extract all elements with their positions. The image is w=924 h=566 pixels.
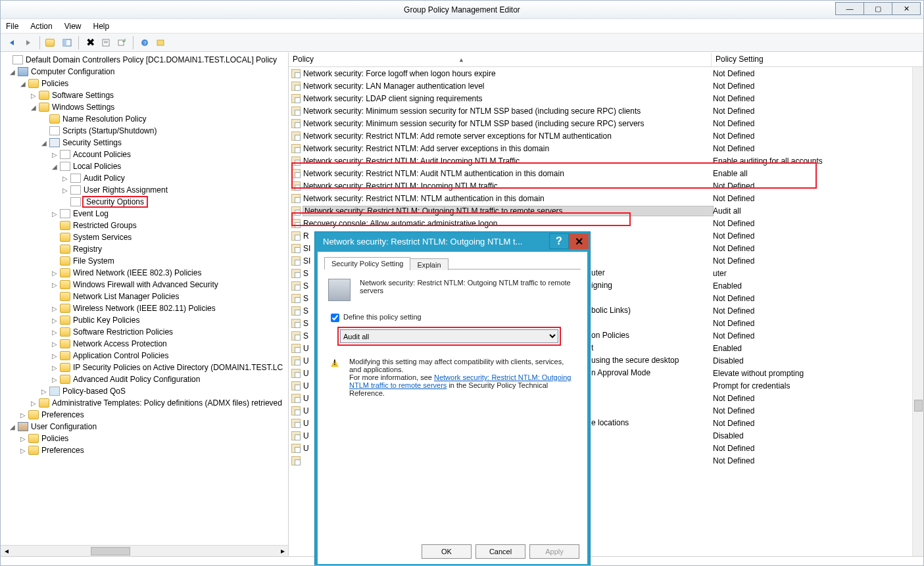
define-policy-checkbox[interactable] bbox=[331, 314, 339, 322]
policy-row[interactable]: Network security: Minimum session securi… bbox=[289, 117, 923, 130]
tree-appctrl[interactable]: Application Control Policies bbox=[73, 351, 168, 360]
policy-item-icon bbox=[291, 356, 301, 366]
properties-icon[interactable] bbox=[99, 36, 112, 49]
truncated-policy-fragment: on Policies bbox=[591, 331, 629, 340]
policy-row[interactable]: Network security: Force logoff when logo… bbox=[289, 67, 923, 80]
col-policy[interactable]: Policy▲ bbox=[289, 53, 712, 66]
policy-setting-cell: Enabled bbox=[713, 281, 923, 291]
tree-hscroll[interactable]: ◂ ▸ bbox=[1, 545, 288, 556]
dialog-close-button[interactable]: ✕ bbox=[569, 233, 589, 249]
tree-policies[interactable]: Policies bbox=[41, 79, 68, 88]
account-policies-icon bbox=[60, 150, 70, 159]
folder-icon bbox=[60, 280, 70, 289]
maximize-button[interactable]: ▢ bbox=[863, 2, 892, 15]
folder-icon bbox=[60, 327, 70, 337]
tree-srp[interactable]: Software Restriction Policies bbox=[73, 327, 173, 337]
policy-item-icon bbox=[291, 82, 301, 91]
policy-setting-cell: Not Defined bbox=[713, 394, 923, 403]
policy-row[interactable]: Network security: LDAP client signing re… bbox=[289, 92, 923, 105]
tab-security-setting[interactable]: Security Policy Setting bbox=[324, 257, 410, 270]
tree-nap[interactable]: Network Access Protection bbox=[73, 339, 167, 348]
tree-qos[interactable]: Policy-based QoS bbox=[62, 387, 126, 396]
policy-row[interactable]: Network security: Restrict NTLM: Audit I… bbox=[289, 154, 923, 167]
menu-view[interactable]: View bbox=[64, 22, 82, 31]
policy-setting-cell: Not Defined bbox=[713, 94, 923, 103]
close-button[interactable]: ✕ bbox=[892, 2, 921, 15]
policy-row[interactable]: Network security: Restrict NTLM: Outgoin… bbox=[289, 204, 923, 217]
tree-restricted[interactable]: Restricted Groups bbox=[73, 221, 137, 230]
menu-help[interactable]: Help bbox=[93, 22, 110, 31]
policy-item-icon bbox=[291, 406, 301, 415]
policy-row[interactable]: Network security: Restrict NTLM: Add ser… bbox=[289, 142, 923, 154]
list-vscroll[interactable] bbox=[912, 67, 923, 556]
tree-wired[interactable]: Wired Network (IEEE 802.3) Policies bbox=[73, 268, 201, 277]
apply-button[interactable]: Apply bbox=[529, 544, 579, 559]
policy-setting-cell: Not Defined bbox=[713, 144, 923, 153]
tree-account[interactable]: Account Policies bbox=[73, 150, 131, 159]
tree-userconf[interactable]: User Configuration bbox=[31, 422, 97, 431]
tree-uprefs[interactable]: Preferences bbox=[41, 446, 84, 455]
folder-icon bbox=[49, 114, 60, 124]
tree-root[interactable]: Default Domain Controllers Policy [DC1.D… bbox=[26, 55, 277, 64]
policy-row[interactable]: Network security: LAN Manager authentica… bbox=[289, 80, 923, 92]
policy-row[interactable]: Network security: Restrict NTLM: Audit N… bbox=[289, 167, 923, 179]
policy-item-icon bbox=[291, 344, 301, 353]
define-policy-checkbox-label[interactable]: Define this policy setting bbox=[328, 313, 422, 321]
tree-nlm[interactable]: Network List Manager Policies bbox=[73, 292, 179, 301]
dialog-help-button[interactable]: ? bbox=[549, 233, 569, 249]
export-icon[interactable] bbox=[115, 36, 128, 49]
folder-icon bbox=[39, 103, 49, 112]
policy-row[interactable]: Network security: Restrict NTLM: Incomin… bbox=[289, 179, 923, 192]
policy-setting-cell: Prompt for credentials bbox=[713, 381, 923, 390]
policy-item-icon bbox=[291, 319, 301, 328]
tree-firewall[interactable]: Windows Firewall with Advanced Security bbox=[73, 280, 218, 289]
menu-action[interactable]: Action bbox=[30, 22, 52, 31]
policy-item-icon bbox=[291, 194, 301, 203]
tree-sysserv[interactable]: System Services bbox=[73, 233, 132, 242]
policy-setting-cell: Not Defined bbox=[713, 406, 923, 415]
tab-explain[interactable]: Explain bbox=[410, 258, 448, 270]
tree-computer-config[interactable]: Computer Configuration bbox=[31, 67, 114, 76]
tree-advaudit[interactable]: Advanced Audit Policy Configuration bbox=[73, 375, 200, 384]
policy-row[interactable]: Network security: Minimum session securi… bbox=[289, 105, 923, 117]
tree-upolicies[interactable]: Policies bbox=[41, 434, 68, 443]
policy-setting-cell: Not Defined bbox=[713, 119, 923, 128]
tree-ipsec[interactable]: IP Security Policies on Active Directory… bbox=[73, 363, 283, 372]
filter-icon[interactable] bbox=[154, 36, 167, 49]
ok-button[interactable]: OK bbox=[422, 544, 472, 559]
tree-scripts[interactable]: Scripts (Startup/Shutdown) bbox=[62, 126, 157, 135]
help-icon[interactable]: ? bbox=[138, 36, 151, 49]
back-icon[interactable] bbox=[6, 36, 19, 49]
policy-row[interactable]: Network security: Restrict NTLM: NTLM au… bbox=[289, 192, 923, 204]
tree-rights[interactable]: User Rights Assignment bbox=[84, 185, 168, 195]
col-setting[interactable]: Policy Setting bbox=[712, 53, 923, 66]
tree-audit[interactable]: Audit Policy bbox=[84, 174, 125, 183]
minimize-button[interactable]: — bbox=[835, 2, 864, 15]
cancel-button[interactable]: Cancel bbox=[475, 544, 525, 559]
tree-admx[interactable]: Administrative Templates: Policy definit… bbox=[52, 398, 282, 408]
tree-secopts[interactable]: Security Options bbox=[82, 196, 148, 208]
tree-eventlog[interactable]: Event Log bbox=[73, 209, 109, 218]
policy-value-select[interactable]: Audit all bbox=[340, 329, 558, 343]
tree-nameres[interactable]: Name Resolution Policy bbox=[62, 114, 146, 124]
policy-item-icon bbox=[291, 69, 301, 78]
policy-row[interactable]: Recovery console: Allow automatic admini… bbox=[289, 217, 923, 229]
policy-name-cell: Network security: Restrict NTLM: Audit N… bbox=[303, 169, 713, 178]
tree-wireless[interactable]: Wireless Network (IEEE 802.11) Policies bbox=[73, 304, 216, 313]
tree-software[interactable]: Software Settings bbox=[52, 91, 114, 100]
tree-windows[interactable]: Windows Settings bbox=[52, 103, 114, 112]
forward-icon[interactable] bbox=[22, 36, 35, 49]
delete-icon[interactable]: ✖ bbox=[84, 36, 97, 49]
menu-file[interactable]: File bbox=[6, 22, 18, 31]
up-folder-icon[interactable] bbox=[45, 36, 58, 49]
tree-local[interactable]: Local Policies bbox=[73, 162, 121, 171]
tree-pubkey[interactable]: Public Key Policies bbox=[73, 316, 139, 325]
svg-rect-5 bbox=[118, 40, 124, 45]
tree-registry[interactable]: Registry bbox=[73, 245, 102, 254]
policy-item-icon bbox=[291, 331, 301, 341]
tree-prefs[interactable]: Preferences bbox=[41, 410, 84, 419]
tree-fs[interactable]: File System bbox=[73, 256, 114, 266]
policy-row[interactable]: Network security: Restrict NTLM: Add rem… bbox=[289, 130, 923, 142]
tree-security[interactable]: Security Settings bbox=[62, 138, 122, 147]
show-hide-tree-icon[interactable] bbox=[61, 36, 74, 49]
